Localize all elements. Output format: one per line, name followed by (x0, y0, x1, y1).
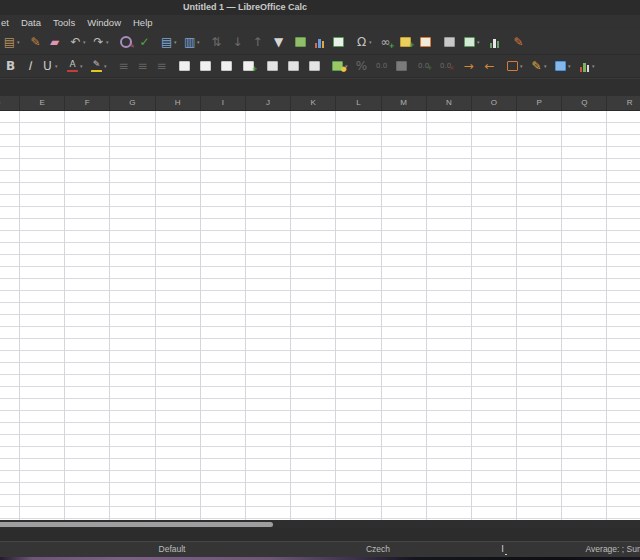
column-header-L[interactable]: L (336, 96, 381, 110)
italic-button[interactable]: I (22, 56, 37, 76)
insert-special-character-dropdown-arrow-icon[interactable]: ▾ (369, 39, 372, 45)
selection-summary-field[interactable]: Average: ; Sum (586, 542, 640, 557)
center-vertically-button[interactable] (198, 56, 213, 76)
horizontal-scrollbar-thumb[interactable] (0, 522, 273, 527)
insert-columns-button[interactable]: ▥▾ (182, 32, 201, 52)
decrease-indent-button[interactable]: ← (482, 56, 497, 76)
column-header-D[interactable]: D (0, 96, 20, 110)
conditional-formatting-dropdown-arrow-icon[interactable]: ▾ (592, 63, 595, 69)
formula-bar-area[interactable] (0, 78, 640, 96)
sort-ascending-button[interactable]: ↓ (230, 32, 245, 52)
bold-button[interactable]: B (3, 56, 18, 76)
insert-columns-dropdown-arrow-icon[interactable]: ▾ (197, 39, 200, 45)
format-as-number-button[interactable]: 0.0 (374, 56, 389, 76)
paste-button[interactable]: ▤▾ (2, 32, 21, 52)
insert-pivot-table-button[interactable] (331, 32, 346, 52)
merge-cells-button[interactable] (286, 56, 301, 76)
grid-column-Q[interactable] (562, 111, 607, 520)
delete-decimal-place-button[interactable]: 0.0× (438, 56, 453, 76)
find-and-replace-button[interactable]: ✎ (118, 32, 133, 52)
align-left-button[interactable]: ≡ (116, 56, 131, 76)
insert-image-button[interactable] (293, 32, 308, 52)
increase-indent-button[interactable]: → (461, 56, 476, 76)
grid-column-P[interactable] (517, 111, 562, 520)
format-as-currency-button[interactable]: ●▾ (330, 56, 349, 76)
clear-formatting-button[interactable]: ▰ (47, 32, 62, 52)
column-header-P[interactable]: P (517, 96, 562, 110)
insert-special-character-button[interactable]: Ω▾ (354, 32, 373, 52)
freeze-cells-button[interactable]: ▾ (462, 32, 481, 52)
show-draw-functions-button[interactable]: ✎ (511, 32, 526, 52)
insert-rows-button[interactable]: ▤▾ (159, 32, 178, 52)
align-bottom-button[interactable] (219, 56, 234, 76)
column-header-Q[interactable]: Q (562, 96, 607, 110)
redo-button[interactable]: ↷▾ (91, 32, 110, 52)
grid-column-M[interactable] (382, 111, 427, 520)
grid-column-E[interactable] (20, 111, 65, 520)
autofilter-button[interactable]: ▼ (271, 32, 286, 52)
paste-dropdown-arrow-icon[interactable]: ▾ (17, 39, 20, 45)
column-header-O[interactable]: O (472, 96, 517, 110)
align-right-button[interactable]: ≡ (154, 56, 169, 76)
column-header-G[interactable]: G (110, 96, 155, 110)
underline-dropdown-arrow-icon[interactable]: ▾ (55, 63, 58, 69)
column-header-R[interactable]: R (607, 96, 640, 110)
clone-formatting-button[interactable]: ✎ (28, 32, 43, 52)
column-header-I[interactable]: I (201, 96, 246, 110)
redo-dropdown-arrow-icon[interactable]: ▾ (106, 39, 109, 45)
grid-column-J[interactable] (246, 111, 291, 520)
grid-column-K[interactable] (291, 111, 336, 520)
add-decimal-place-button[interactable]: 0.0+ (416, 56, 431, 76)
freeze-cells-dropdown-arrow-icon[interactable]: ▾ (477, 39, 480, 45)
headers-and-footers-button[interactable] (418, 32, 433, 52)
border-style-dropdown-arrow-icon[interactable]: ▾ (544, 63, 547, 69)
align-center-button[interactable]: ≡ (135, 56, 150, 76)
border-color-dropdown-arrow-icon[interactable]: ▾ (568, 63, 571, 69)
page-style-field[interactable]: Default (92, 542, 252, 557)
highlighting-color-button[interactable]: ✎▾ (89, 56, 108, 76)
grid-column-D[interactable] (0, 111, 20, 520)
grid-column-G[interactable] (110, 111, 155, 520)
menu-data[interactable]: Data (15, 15, 47, 30)
spelling-button[interactable]: ✓ (137, 32, 152, 52)
undo-dropdown-arrow-icon[interactable]: ▾ (83, 39, 86, 45)
format-as-date-button[interactable] (394, 56, 409, 76)
undo-button[interactable]: ↶▾ (68, 32, 87, 52)
grid-column-L[interactable] (336, 111, 381, 520)
font-color-button[interactable]: A▾ (65, 56, 84, 76)
font-color-dropdown-arrow-icon[interactable]: ▾ (80, 63, 83, 69)
insert-chart-button[interactable] (312, 32, 327, 52)
align-top-button[interactable] (177, 56, 192, 76)
menu-help[interactable]: Help (127, 15, 159, 30)
border-color-button[interactable]: ▾ (553, 56, 572, 76)
freeze-rows-and-columns-button[interactable] (442, 32, 457, 52)
grid-column-O[interactable] (472, 111, 517, 520)
column-header-M[interactable]: M (382, 96, 427, 110)
column-header-H[interactable]: H (156, 96, 201, 110)
split-window-button[interactable] (487, 32, 502, 52)
grid-column-H[interactable] (156, 111, 201, 520)
language-field[interactable]: Czech (298, 542, 458, 557)
column-header-J[interactable]: J (246, 96, 291, 110)
unmerge-cells-button[interactable] (307, 56, 322, 76)
merge-and-center-cells-button[interactable] (265, 56, 280, 76)
horizontal-scrollbar[interactable] (0, 520, 640, 528)
sort-descending-button[interactable]: ↑ (250, 32, 265, 52)
underline-button[interactable]: U▾ (40, 56, 59, 76)
column-header-K[interactable]: K (291, 96, 336, 110)
grid-column-R[interactable] (607, 111, 640, 520)
sort-button[interactable]: ⇅ (209, 32, 224, 52)
conditional-formatting-button[interactable]: ▾ (577, 56, 596, 76)
wrap-text-button[interactable]: + (241, 56, 256, 76)
borders-dropdown-arrow-icon[interactable]: ▾ (520, 63, 523, 69)
spreadsheet-grid[interactable] (0, 111, 640, 520)
grid-column-I[interactable] (201, 111, 246, 520)
grid-column-F[interactable] (65, 111, 110, 520)
column-header-F[interactable]: F (65, 96, 110, 110)
borders-button[interactable]: ▾ (505, 56, 524, 76)
insert-mode-indicator[interactable]: I (494, 542, 514, 557)
highlighting-color-dropdown-arrow-icon[interactable]: ▾ (104, 63, 107, 69)
column-header-E[interactable]: E (20, 96, 65, 110)
column-header-N[interactable]: N (427, 96, 472, 110)
insert-hyperlink-button[interactable]: ∞+ (378, 32, 393, 52)
